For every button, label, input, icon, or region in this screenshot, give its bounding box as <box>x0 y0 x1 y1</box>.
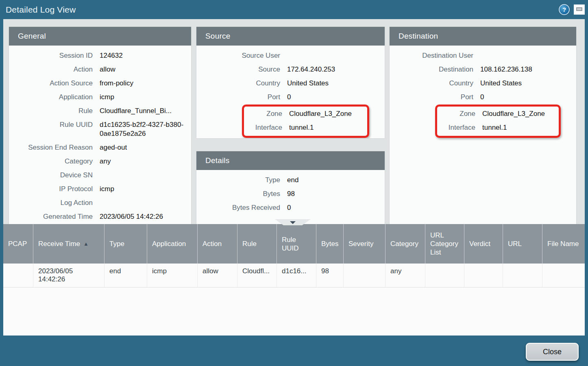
field-row: Port0 <box>196 90 385 104</box>
field-label: Zone <box>244 109 282 118</box>
field-value: aged-out <box>100 143 191 152</box>
field-value: icmp <box>100 185 191 194</box>
column-header-label: Verdict <box>469 240 490 248</box>
log-table: PCAPReceive Time▲TypeApplicationActionRu… <box>3 224 585 336</box>
column-header-label: Action <box>203 240 222 248</box>
column-header[interactable]: File Name <box>542 224 585 264</box>
column-header[interactable]: Category <box>385 224 425 264</box>
field-label: Category <box>9 157 93 166</box>
title-bar: Detailed Log View ? <box>0 0 588 19</box>
field-row: Interfacetunnel.1 <box>437 121 559 135</box>
window-glyph <box>576 7 582 11</box>
column-header[interactable]: Receive Time▲ <box>33 224 105 264</box>
detailed-log-view-dialog: Detailed Log View ? General Session ID12… <box>0 0 588 366</box>
panel-title: Source <box>205 32 230 41</box>
log-table-body: 2023/06/05 14:42:26endicmpallowCloudfl..… <box>3 264 585 288</box>
column-header[interactable]: Type <box>105 224 147 264</box>
table-cell: Cloudfl... <box>237 264 277 287</box>
field-row: Categoryany <box>9 155 191 168</box>
field-label: Destination <box>390 65 473 74</box>
field-row: Typeend <box>196 173 385 187</box>
column-header[interactable]: URL Category List <box>425 224 464 264</box>
column-header[interactable]: URL <box>503 224 542 264</box>
field-value: 172.64.240.253 <box>287 65 385 74</box>
dialog-footer: Close <box>0 336 588 366</box>
field-label: Generated Time <box>9 212 93 221</box>
column-header[interactable]: Bytes <box>316 224 344 264</box>
column-header-label: Rule <box>242 240 257 248</box>
field-value: 98 <box>287 190 385 198</box>
field-row: Action Sourcefrom-policy <box>9 76 191 90</box>
column-header-label: Type <box>109 240 124 248</box>
details-panel-header: Details <box>196 151 385 170</box>
column-header-label: Rule UUID <box>282 235 311 253</box>
destination-panel-header: Destination <box>390 27 576 46</box>
field-label: Source User <box>196 51 280 60</box>
table-cell <box>503 264 542 287</box>
field-label: Zone <box>437 109 475 118</box>
table-cell <box>344 264 385 287</box>
column-header-label: Receive Time <box>38 240 80 248</box>
field-label: Bytes <box>196 190 280 198</box>
table-cell: end <box>105 264 147 287</box>
table-cell: icmp <box>147 264 198 287</box>
field-value: United States <box>287 79 385 88</box>
close-button[interactable]: Close <box>526 343 579 361</box>
field-label: Country <box>196 79 280 88</box>
field-row: Generated Time2023/06/05 14:42:26 <box>9 210 191 224</box>
field-row: Rule UUIDd1c16235-b2f2-4327-b380-0ae1875… <box>9 118 191 141</box>
column-header[interactable]: Application <box>147 224 198 264</box>
field-label: Type <box>196 176 280 185</box>
destination-panel-rows: Destination UserDestination108.162.236.1… <box>390 46 576 138</box>
field-value: 108.162.236.138 <box>480 65 576 74</box>
help-icon[interactable]: ? <box>559 4 570 15</box>
table-cell <box>464 264 503 287</box>
column-header[interactable]: Rule UUID <box>277 224 316 264</box>
field-value: 0 <box>287 203 385 212</box>
field-row: Port0 <box>390 90 576 104</box>
field-row: CountryUnited States <box>390 76 576 90</box>
field-row: Session End Reasonaged-out <box>9 141 191 155</box>
details-panel: Details TypeendBytes98Bytes Received0 <box>196 151 385 224</box>
column-header[interactable]: Rule <box>237 224 277 264</box>
field-row: RuleCloudflare_Tunnel_Bi... <box>9 104 191 118</box>
field-row: Actionallow <box>9 63 191 76</box>
field-label: Country <box>390 79 473 88</box>
field-label: Interface <box>244 123 282 132</box>
general-panel: General Session ID124632ActionallowActio… <box>9 27 191 224</box>
field-label: Device SN <box>9 171 93 180</box>
column-header[interactable]: Severity <box>344 224 385 264</box>
table-cell: allow <box>198 264 237 287</box>
column-header-label: PCAP <box>8 240 27 248</box>
column-header[interactable]: Action <box>198 224 237 264</box>
highlight-annotation-box: ZoneCloudflare_L3_ZoneInterfacetunnel.1 <box>242 105 369 138</box>
field-row: Interfacetunnel.1 <box>244 121 367 135</box>
field-value: any <box>100 157 191 166</box>
dialog-content: General Session ID124632ActionallowActio… <box>3 19 585 224</box>
field-row: Source User <box>196 49 385 63</box>
table-cell: 98 <box>316 264 344 287</box>
panel-title: Details <box>205 156 229 165</box>
field-row: ZoneCloudflare_L3_Zone <box>244 107 367 121</box>
field-value: Cloudflare_L3_Zone <box>289 109 367 118</box>
field-row: CountryUnited States <box>196 76 385 90</box>
field-label: Rule UUID <box>9 120 93 129</box>
column-header-label: Bytes <box>321 240 339 248</box>
field-value: allow <box>100 65 191 74</box>
log-table-row[interactable]: 2023/06/05 14:42:26endicmpallowCloudfl..… <box>3 264 585 288</box>
field-value: 2023/06/05 14:42:26 <box>100 212 191 221</box>
column-header-label: URL Category List <box>430 231 459 257</box>
field-label: Source <box>196 65 280 74</box>
column-header[interactable]: PCAP <box>3 224 33 264</box>
column-header[interactable]: Verdict <box>464 224 503 264</box>
details-panel-rows: TypeendBytes98Bytes Received0 <box>196 170 385 215</box>
table-cell: any <box>385 264 425 287</box>
panel-title: General <box>18 32 46 41</box>
column-header-label: Severity <box>348 240 373 248</box>
field-label: Bytes Received <box>196 203 280 212</box>
field-row: Applicationicmp <box>9 90 191 104</box>
field-label: Interface <box>437 123 475 132</box>
chevron-down-icon <box>290 221 296 224</box>
field-value: United States <box>480 79 576 88</box>
maximize-window-icon[interactable] <box>574 4 585 15</box>
